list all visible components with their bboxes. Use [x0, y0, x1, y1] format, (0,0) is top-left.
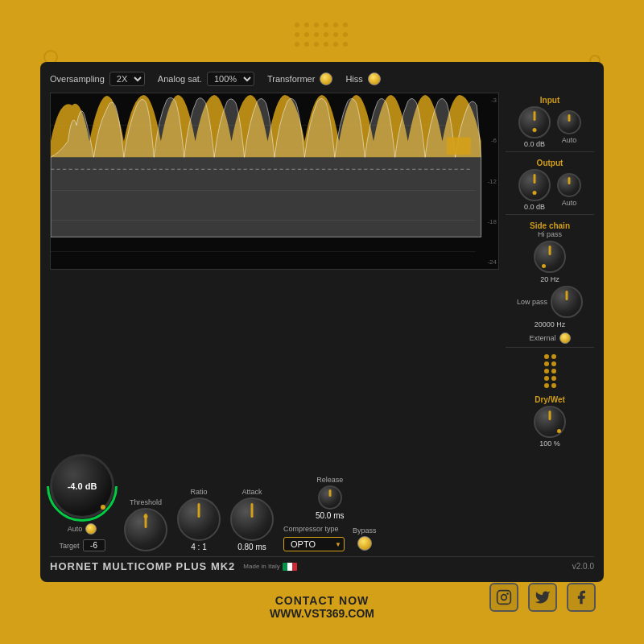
attack-group: Attack 0.80 ms: [230, 488, 274, 551]
input-knob-row: 0.0 dB Auto: [506, 106, 594, 148]
transformer-label: Transformer: [267, 74, 316, 84]
threshold-group: Threshold: [124, 498, 167, 551]
analog-sat-select[interactable]: 100% 50% 0%: [207, 72, 254, 86]
ratio-value: 4 : 1: [191, 543, 206, 551]
instagram-icon[interactable]: [489, 583, 518, 612]
release-group: Release 50.0 ms: [283, 476, 377, 520]
ratio-label: Ratio: [190, 488, 207, 496]
threshold-label: Threshold: [130, 498, 162, 506]
analog-sat-label: Analog sat.: [158, 74, 202, 84]
sidechain-controls: Hi pass 20 Hz Low pass 20000 Hz External: [506, 230, 594, 344]
hiss-label: Hiss: [345, 74, 362, 84]
made-in: Made in Italy: [243, 563, 296, 571]
waveform-svg: [51, 93, 498, 269]
hiss-control: Hiss: [345, 72, 380, 85]
drywet-value: 100 %: [539, 440, 560, 448]
target-input[interactable]: [83, 539, 105, 551]
input-auto-knob[interactable]: [557, 110, 581, 134]
hiss-led[interactable]: [368, 72, 381, 85]
drywet-label: Dry/Wet: [535, 395, 565, 404]
svg-rect-2: [497, 591, 511, 605]
main-area: -3 -6 -12 -18 -24: [50, 93, 594, 448]
comp-dropdown-wrap: OPTO VCA FET VARI-MU: [283, 536, 345, 551]
lopass-value: 20000 Hz: [535, 320, 566, 328]
transformer-led[interactable]: [320, 72, 332, 85]
svg-rect-1: [447, 138, 471, 155]
output-section: Output 0.0 dB Auto: [506, 155, 594, 215]
input-knob[interactable]: [518, 106, 551, 138]
oversampling-label: Oversampling: [50, 74, 105, 84]
attack-value: 0.80 ms: [237, 543, 266, 551]
bypass-led[interactable]: [357, 536, 372, 551]
output-knob-dot: [533, 191, 537, 195]
output-auto-knob[interactable]: [557, 173, 581, 197]
sidechain-section: Side chain Hi pass 20 Hz Low pass 20000 …: [506, 218, 594, 348]
brand-section: HORNET MULTICOMP PLUS MK2 Made in Italy: [50, 560, 297, 572]
lopass-row: Low pass: [517, 286, 583, 318]
footer: CONTACT NOW WWW.VST369.COM: [270, 594, 374, 620]
facebook-icon[interactable]: [567, 583, 596, 612]
threshold-dot: [144, 514, 148, 518]
svg-point-4: [506, 592, 509, 595]
output-value: 0.0 dB: [524, 203, 545, 211]
input-knob-group: 0.0 dB: [518, 106, 551, 148]
input-section: Input 0.0 dB Auto: [506, 93, 594, 152]
drywet-section: Dry/Wet 100 %: [506, 395, 594, 448]
bypass-label: Bypass: [353, 526, 377, 535]
output-section-label: Output: [506, 159, 594, 167]
threshold-knob[interactable]: [124, 508, 167, 551]
auto-label: Auto: [68, 525, 83, 533]
main-knob-section: -4.0 dB Auto Target: [50, 454, 114, 551]
comp-type-select[interactable]: OPTO VCA FET VARI-MU: [283, 537, 345, 551]
output-knob[interactable]: [518, 169, 551, 201]
auto-led[interactable]: [85, 523, 97, 535]
attack-knob[interactable]: [230, 497, 274, 541]
italy-flag: [283, 563, 297, 571]
main-knob-value: -4.0 dB: [68, 481, 97, 491]
external-row: External: [529, 332, 570, 344]
ratio-knob[interactable]: [177, 497, 221, 541]
main-knob[interactable]: -4.0 dB: [50, 454, 114, 518]
lopass-label: Low pass: [517, 298, 547, 306]
decorative-dots-top: [295, 23, 349, 48]
external-label: External: [529, 334, 555, 342]
spectrum-display: -3 -6 -12 -18 -24: [50, 93, 499, 270]
version-text: v2.0.0: [572, 562, 594, 571]
comp-type-bypass-row: Compressor type OPTO VCA FET VARI-MU: [283, 525, 377, 551]
release-label: Release: [316, 476, 343, 484]
output-auto-group: Auto: [557, 173, 581, 207]
auto-row: Auto: [68, 523, 97, 535]
input-section-label: Input: [506, 96, 594, 105]
bottom-controls: -4.0 dB Auto Target Threshold: [50, 454, 594, 551]
target-label: Target: [59, 542, 79, 550]
lopass-knob[interactable]: [551, 286, 583, 318]
twitter-icon[interactable]: [528, 583, 557, 612]
hipass-value: 20 Hz: [540, 275, 559, 283]
made-in-text: Made in Italy: [243, 563, 279, 570]
hipass-knob[interactable]: [534, 241, 566, 273]
output-knob-group: 0.0 dB: [518, 169, 551, 211]
page-wrapper: Oversampling 2X 4X Analog sat. 100% 50% …: [0, 0, 644, 644]
top-bar: Oversampling 2X 4X Analog sat. 100% 50% …: [50, 72, 594, 86]
brand-name: HORNET MULTICOMP PLUS MK2: [50, 560, 235, 572]
right-dots: [544, 354, 555, 387]
release-knob[interactable]: [318, 485, 342, 510]
comp-bypass-section: Release 50.0 ms Compressor type OPTO VCA: [283, 476, 377, 551]
external-led[interactable]: [559, 332, 571, 344]
transformer-control: Transformer: [267, 72, 333, 85]
attack-label: Attack: [242, 488, 262, 496]
footer-url: WWW.VST369.COM: [270, 607, 374, 620]
input-knob-dot: [533, 128, 537, 132]
release-value: 50.0 ms: [316, 511, 345, 520]
drywet-knob[interactable]: [534, 406, 566, 438]
footer-icons: [489, 583, 596, 612]
oversampling-control: Oversampling 2X 4X: [50, 72, 145, 86]
compressor-type-section: Compressor type OPTO VCA FET VARI-MU: [283, 525, 345, 551]
right-panel: Input 0.0 dB Auto: [506, 93, 594, 448]
target-row: Target: [59, 539, 105, 551]
output-knob-row: 0.0 dB Auto: [506, 169, 594, 211]
sidechain-label: Side chain: [506, 221, 594, 230]
input-auto-group: Auto: [557, 110, 581, 144]
main-knob-dot: [101, 505, 105, 510]
oversampling-select[interactable]: 2X 4X: [109, 72, 145, 86]
